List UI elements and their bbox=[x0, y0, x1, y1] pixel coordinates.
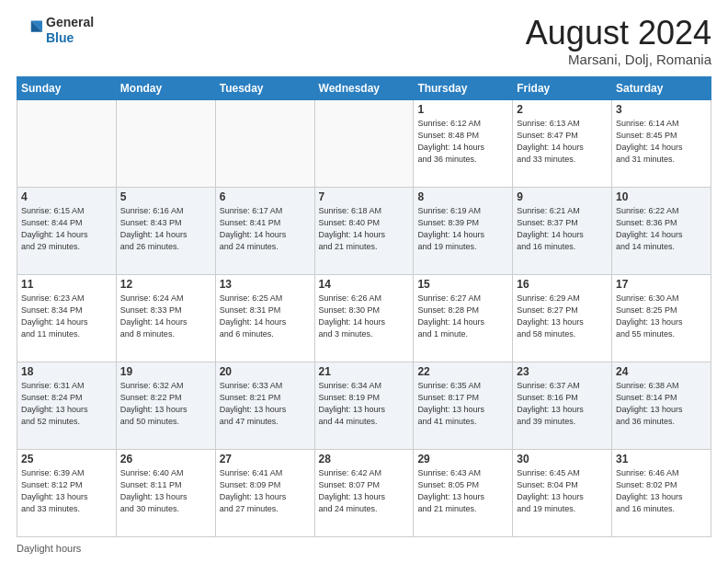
calendar-cell: 17Sunrise: 6:30 AM Sunset: 8:25 PM Dayli… bbox=[612, 274, 711, 362]
day-info: Sunrise: 6:33 AM Sunset: 8:21 PM Dayligh… bbox=[220, 380, 311, 428]
day-info: Sunrise: 6:19 AM Sunset: 8:39 PM Dayligh… bbox=[417, 205, 508, 253]
day-info: Sunrise: 6:41 AM Sunset: 8:09 PM Dayligh… bbox=[220, 467, 311, 515]
day-number: 24 bbox=[616, 365, 707, 378]
header: General Blue August 2024 Marsani, Dolj, … bbox=[17, 15, 711, 67]
day-number: 5 bbox=[120, 190, 211, 203]
calendar-cell: 10Sunrise: 6:22 AM Sunset: 8:36 PM Dayli… bbox=[612, 187, 711, 274]
calendar-cell: 11Sunrise: 6:23 AM Sunset: 8:34 PM Dayli… bbox=[17, 274, 117, 362]
calendar-week-0: 1Sunrise: 6:12 AM Sunset: 8:48 PM Daylig… bbox=[17, 99, 711, 187]
calendar-cell: 21Sunrise: 6:34 AM Sunset: 8:19 PM Dayli… bbox=[314, 362, 414, 449]
calendar-cell: 22Sunrise: 6:35 AM Sunset: 8:17 PM Dayli… bbox=[414, 362, 513, 449]
day-info: Sunrise: 6:29 AM Sunset: 8:27 PM Dayligh… bbox=[517, 293, 608, 340]
calendar-week-1: 4Sunrise: 6:15 AM Sunset: 8:44 PM Daylig… bbox=[17, 187, 711, 274]
day-info: Sunrise: 6:39 AM Sunset: 8:12 PM Dayligh… bbox=[21, 467, 112, 515]
day-number: 17 bbox=[616, 278, 707, 291]
logo-text: General Blue bbox=[46, 15, 94, 46]
day-number: 30 bbox=[517, 453, 608, 465]
day-number: 16 bbox=[517, 278, 608, 291]
day-info: Sunrise: 6:22 AM Sunset: 8:36 PM Dayligh… bbox=[616, 205, 707, 253]
calendar-cell: 9Sunrise: 6:21 AM Sunset: 8:37 PM Daylig… bbox=[513, 187, 612, 274]
day-number: 20 bbox=[220, 365, 311, 378]
day-number: 8 bbox=[417, 190, 508, 203]
day-number: 12 bbox=[120, 278, 211, 291]
day-info: Sunrise: 6:24 AM Sunset: 8:33 PM Dayligh… bbox=[120, 293, 211, 340]
col-header-tuesday: Tuesday bbox=[215, 76, 314, 99]
day-number: 27 bbox=[220, 453, 311, 465]
day-info: Sunrise: 6:27 AM Sunset: 8:28 PM Dayligh… bbox=[417, 293, 508, 340]
day-number: 19 bbox=[120, 365, 211, 378]
calendar-cell: 23Sunrise: 6:37 AM Sunset: 8:16 PM Dayli… bbox=[513, 362, 612, 449]
day-info: Sunrise: 6:18 AM Sunset: 8:40 PM Dayligh… bbox=[319, 205, 410, 253]
day-info: Sunrise: 6:43 AM Sunset: 8:05 PM Dayligh… bbox=[417, 467, 508, 515]
day-number: 2 bbox=[517, 103, 608, 116]
day-number: 13 bbox=[220, 278, 311, 291]
calendar-cell: 18Sunrise: 6:31 AM Sunset: 8:24 PM Dayli… bbox=[17, 362, 117, 449]
calendar-cell: 3Sunrise: 6:14 AM Sunset: 8:45 PM Daylig… bbox=[612, 99, 711, 187]
calendar-cell bbox=[215, 99, 314, 187]
calendar-cell: 31Sunrise: 6:46 AM Sunset: 8:02 PM Dayli… bbox=[612, 449, 711, 536]
day-info: Sunrise: 6:25 AM Sunset: 8:31 PM Dayligh… bbox=[220, 293, 311, 340]
day-info: Sunrise: 6:23 AM Sunset: 8:34 PM Dayligh… bbox=[21, 293, 112, 340]
day-info: Sunrise: 6:17 AM Sunset: 8:41 PM Dayligh… bbox=[220, 205, 311, 253]
day-number: 3 bbox=[616, 103, 707, 116]
day-info: Sunrise: 6:16 AM Sunset: 8:43 PM Dayligh… bbox=[120, 205, 211, 253]
logo-line1: General bbox=[46, 15, 94, 30]
day-info: Sunrise: 6:40 AM Sunset: 8:11 PM Dayligh… bbox=[120, 467, 211, 515]
day-number: 9 bbox=[517, 190, 608, 203]
day-number: 29 bbox=[417, 453, 508, 465]
col-header-sunday: Sunday bbox=[17, 76, 117, 99]
col-header-saturday: Saturday bbox=[612, 76, 711, 99]
calendar-cell: 30Sunrise: 6:45 AM Sunset: 8:04 PM Dayli… bbox=[513, 449, 612, 536]
calendar-cell: 7Sunrise: 6:18 AM Sunset: 8:40 PM Daylig… bbox=[314, 187, 414, 274]
calendar-cell: 24Sunrise: 6:38 AM Sunset: 8:14 PM Dayli… bbox=[612, 362, 711, 449]
day-info: Sunrise: 6:35 AM Sunset: 8:17 PM Dayligh… bbox=[417, 380, 508, 428]
calendar-cell: 27Sunrise: 6:41 AM Sunset: 8:09 PM Dayli… bbox=[215, 449, 314, 536]
day-number: 15 bbox=[417, 278, 508, 291]
calendar-cell bbox=[116, 99, 215, 187]
col-header-wednesday: Wednesday bbox=[314, 76, 414, 99]
day-info: Sunrise: 6:31 AM Sunset: 8:24 PM Dayligh… bbox=[21, 380, 112, 428]
day-info: Sunrise: 6:34 AM Sunset: 8:19 PM Dayligh… bbox=[319, 380, 410, 428]
calendar-header-row: SundayMondayTuesdayWednesdayThursdayFrid… bbox=[17, 76, 711, 99]
day-number: 21 bbox=[319, 365, 410, 378]
calendar-cell: 12Sunrise: 6:24 AM Sunset: 8:33 PM Dayli… bbox=[116, 274, 215, 362]
footer-label: Daylight hours bbox=[17, 543, 81, 554]
day-info: Sunrise: 6:45 AM Sunset: 8:04 PM Dayligh… bbox=[517, 467, 608, 515]
calendar-cell: 16Sunrise: 6:29 AM Sunset: 8:27 PM Dayli… bbox=[513, 274, 612, 362]
day-number: 25 bbox=[21, 453, 112, 465]
day-info: Sunrise: 6:26 AM Sunset: 8:30 PM Dayligh… bbox=[319, 293, 410, 340]
day-info: Sunrise: 6:46 AM Sunset: 8:02 PM Dayligh… bbox=[616, 467, 707, 515]
calendar-cell: 1Sunrise: 6:12 AM Sunset: 8:48 PM Daylig… bbox=[414, 99, 513, 187]
day-number: 23 bbox=[517, 365, 608, 378]
day-number: 31 bbox=[616, 453, 707, 465]
calendar-week-4: 25Sunrise: 6:39 AM Sunset: 8:12 PM Dayli… bbox=[17, 449, 711, 536]
calendar-cell bbox=[17, 99, 117, 187]
calendar-cell: 28Sunrise: 6:42 AM Sunset: 8:07 PM Dayli… bbox=[314, 449, 414, 536]
day-info: Sunrise: 6:37 AM Sunset: 8:16 PM Dayligh… bbox=[517, 380, 608, 428]
col-header-friday: Friday bbox=[513, 76, 612, 99]
calendar-week-2: 11Sunrise: 6:23 AM Sunset: 8:34 PM Dayli… bbox=[17, 274, 711, 362]
calendar-cell: 13Sunrise: 6:25 AM Sunset: 8:31 PM Dayli… bbox=[215, 274, 314, 362]
day-info: Sunrise: 6:32 AM Sunset: 8:22 PM Dayligh… bbox=[120, 380, 211, 428]
day-number: 4 bbox=[21, 190, 112, 203]
calendar-cell: 15Sunrise: 6:27 AM Sunset: 8:28 PM Dayli… bbox=[414, 274, 513, 362]
calendar-cell: 4Sunrise: 6:15 AM Sunset: 8:44 PM Daylig… bbox=[17, 187, 117, 274]
calendar-table: SundayMondayTuesdayWednesdayThursdayFrid… bbox=[17, 76, 711, 537]
footer: Daylight hours bbox=[17, 543, 711, 554]
subtitle: Marsani, Dolj, Romania bbox=[526, 52, 711, 67]
day-info: Sunrise: 6:13 AM Sunset: 8:47 PM Dayligh… bbox=[517, 118, 608, 166]
day-number: 28 bbox=[319, 453, 410, 465]
page: General Blue August 2024 Marsani, Dolj, … bbox=[0, 0, 728, 563]
calendar-cell: 26Sunrise: 6:40 AM Sunset: 8:11 PM Dayli… bbox=[116, 449, 215, 536]
calendar-cell: 29Sunrise: 6:43 AM Sunset: 8:05 PM Dayli… bbox=[414, 449, 513, 536]
day-number: 26 bbox=[120, 453, 211, 465]
logo-icon bbox=[17, 17, 42, 43]
calendar-cell: 19Sunrise: 6:32 AM Sunset: 8:22 PM Dayli… bbox=[116, 362, 215, 449]
calendar-cell: 2Sunrise: 6:13 AM Sunset: 8:47 PM Daylig… bbox=[513, 99, 612, 187]
calendar-cell: 25Sunrise: 6:39 AM Sunset: 8:12 PM Dayli… bbox=[17, 449, 117, 536]
day-info: Sunrise: 6:30 AM Sunset: 8:25 PM Dayligh… bbox=[616, 293, 707, 340]
calendar-week-3: 18Sunrise: 6:31 AM Sunset: 8:24 PM Dayli… bbox=[17, 362, 711, 449]
day-number: 7 bbox=[319, 190, 410, 203]
day-number: 6 bbox=[220, 190, 311, 203]
main-title: August 2024 bbox=[526, 15, 711, 52]
